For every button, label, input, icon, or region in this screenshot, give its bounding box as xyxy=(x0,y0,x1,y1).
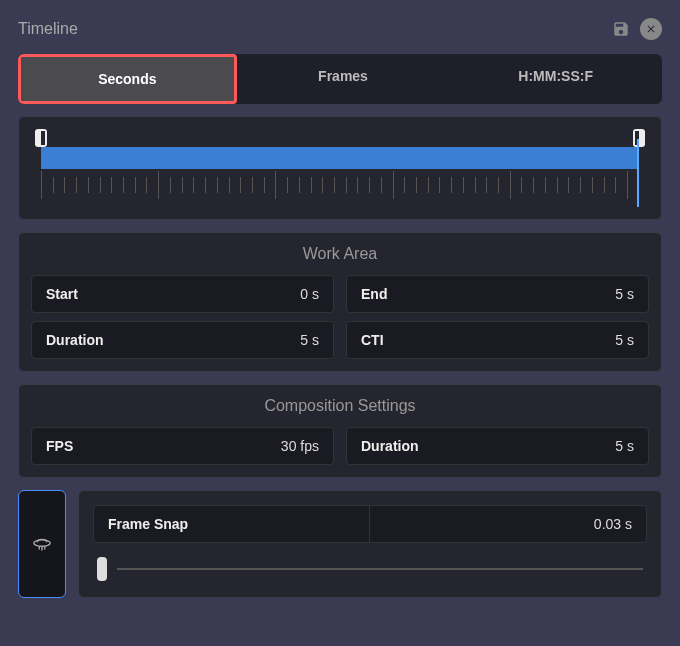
work-area-end-handle[interactable] xyxy=(633,129,645,147)
frame-snap-field[interactable]: Frame Snap 0.03 s xyxy=(93,505,647,543)
close-icon xyxy=(645,23,657,35)
work-area-bar[interactable] xyxy=(41,147,639,169)
comp-duration-label: Duration xyxy=(347,428,437,464)
duration-field[interactable]: Duration 5 s xyxy=(31,321,334,359)
end-field[interactable]: End 5 s xyxy=(346,275,649,313)
duration-label: Duration xyxy=(32,322,122,358)
slider-track xyxy=(117,568,643,570)
tab-frames[interactable]: Frames xyxy=(237,54,450,104)
cti-value: 5 s xyxy=(437,322,648,358)
fps-value: 30 fps xyxy=(122,428,333,464)
end-value: 5 s xyxy=(437,276,648,312)
timeline-ruler[interactable] xyxy=(31,129,649,207)
comp-duration-value: 5 s xyxy=(437,428,648,464)
frame-snap-slider[interactable] xyxy=(93,555,647,583)
start-label: Start xyxy=(32,276,122,312)
header-actions xyxy=(612,18,662,40)
composition-title: Composition Settings xyxy=(31,397,649,415)
panel-title: Timeline xyxy=(18,20,78,38)
work-area-start-handle[interactable] xyxy=(35,129,47,147)
save-icon[interactable] xyxy=(612,20,630,38)
end-label: End xyxy=(347,276,437,312)
ufo-icon xyxy=(31,533,53,555)
start-value: 0 s xyxy=(122,276,333,312)
cti-label: CTI xyxy=(347,322,437,358)
format-tabs: Seconds Frames H:MM:SS:F xyxy=(18,54,662,104)
bottom-row: Frame Snap 0.03 s xyxy=(18,490,662,598)
snap-toggle[interactable] xyxy=(18,490,66,598)
duration-value: 5 s xyxy=(122,322,333,358)
slider-thumb[interactable] xyxy=(97,557,107,581)
tab-seconds[interactable]: Seconds xyxy=(18,54,237,104)
panel-header: Timeline xyxy=(18,18,662,40)
frame-snap-label: Frame Snap xyxy=(94,506,370,542)
frame-snap-value: 0.03 s xyxy=(370,506,646,542)
fps-field[interactable]: FPS 30 fps xyxy=(31,427,334,465)
work-area-title: Work Area xyxy=(31,245,649,263)
fps-label: FPS xyxy=(32,428,122,464)
comp-duration-field[interactable]: Duration 5 s xyxy=(346,427,649,465)
timeline-ruler-panel xyxy=(18,116,662,220)
tab-timecode[interactable]: H:MM:SS:F xyxy=(449,54,662,104)
frame-snap-panel: Frame Snap 0.03 s xyxy=(78,490,662,598)
cti-field[interactable]: CTI 5 s xyxy=(346,321,649,359)
close-button[interactable] xyxy=(640,18,662,40)
start-field[interactable]: Start 0 s xyxy=(31,275,334,313)
svg-point-0 xyxy=(34,540,51,546)
composition-panel: Composition Settings FPS 30 fps Duration… xyxy=(18,384,662,478)
work-area-panel: Work Area Start 0 s End 5 s Duration 5 s… xyxy=(18,232,662,372)
ruler-ticks xyxy=(41,171,639,199)
